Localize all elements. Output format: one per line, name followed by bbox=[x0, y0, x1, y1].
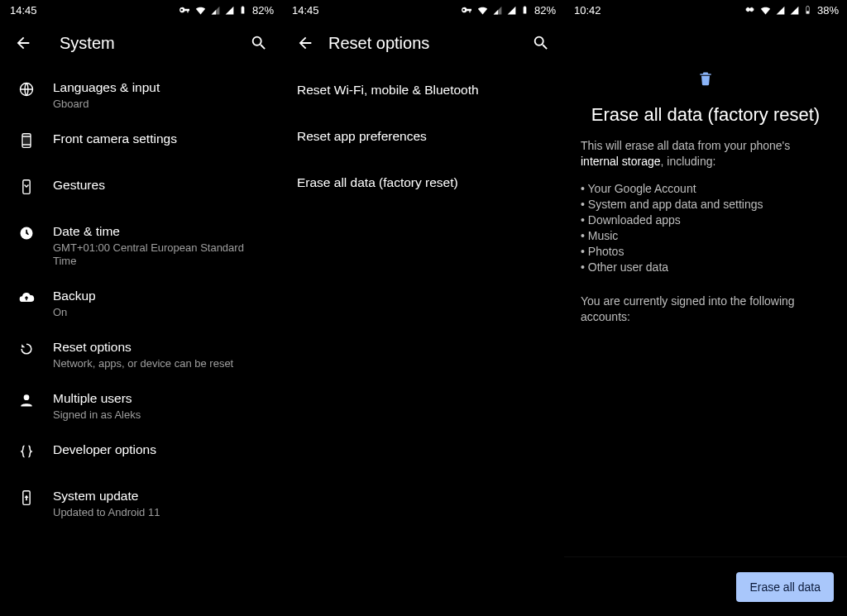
signal-icon bbox=[492, 5, 503, 16]
screen-reset-options: 14:45 82% Reset options Reset Wi-Fi, mob… bbox=[282, 0, 564, 616]
wifi-icon bbox=[194, 4, 207, 17]
bullet-item: • Your Google Account bbox=[581, 181, 830, 197]
item-title: Erase all data (factory reset) bbox=[297, 174, 549, 191]
item-subtitle: GMT+01:00 Central European Standard Time bbox=[53, 241, 269, 268]
erase-bullet-list: • Your Google Account• System and app da… bbox=[581, 181, 830, 275]
item-title: Date & time bbox=[53, 223, 269, 240]
person-icon bbox=[10, 390, 43, 408]
erase-content: Erase all data (factory reset) This will… bbox=[564, 20, 847, 556]
bullet-item: • Downloaded apps bbox=[581, 212, 830, 228]
settings-item-gestures[interactable]: Gestures bbox=[0, 167, 282, 213]
globe-icon bbox=[10, 79, 43, 98]
search-button[interactable] bbox=[524, 26, 557, 60]
search-icon bbox=[532, 34, 550, 52]
signal-icon bbox=[506, 5, 517, 16]
erase-title: Erase all data (factory reset) bbox=[581, 103, 830, 127]
item-title: Developer options bbox=[53, 442, 269, 458]
status-bar: 10:42 38% bbox=[564, 0, 847, 20]
status-time: 14:45 bbox=[292, 4, 319, 17]
settings-item-developer-options[interactable]: Developer options bbox=[0, 432, 282, 478]
signal-icon bbox=[210, 5, 221, 16]
settings-list: Languages & inputGboardFront camera sett… bbox=[0, 66, 282, 616]
battery-icon bbox=[238, 3, 247, 17]
bullet-item: • Photos bbox=[581, 244, 830, 260]
footer: Erase all data bbox=[564, 556, 847, 616]
erase-all-data-button[interactable]: Erase all data bbox=[736, 572, 834, 602]
item-title: Gestures bbox=[53, 177, 269, 193]
signed-in-text: You are currently signed into the follow… bbox=[581, 294, 830, 325]
screen-system: 14:45 82% System Languages & inputGboard… bbox=[0, 0, 282, 616]
item-title: Backup bbox=[53, 288, 269, 304]
reset-option-erase-all-data-factory-reset-[interactable]: Erase all data (factory reset) bbox=[282, 162, 564, 208]
settings-item-multiple-users[interactable]: Multiple usersSigned in as Aleks bbox=[0, 380, 282, 432]
reset-option-reset-app-preferences[interactable]: Reset app preferences bbox=[282, 116, 564, 162]
search-icon bbox=[250, 34, 268, 52]
battery-icon bbox=[520, 3, 529, 17]
back-button[interactable] bbox=[7, 26, 40, 60]
back-button[interactable] bbox=[289, 26, 322, 60]
signal-icon bbox=[789, 5, 800, 16]
search-button[interactable] bbox=[242, 26, 275, 60]
screen-erase-all-data: 10:42 38% Erase all data (factory reset)… bbox=[564, 0, 847, 616]
appbar: Reset options bbox=[282, 20, 564, 66]
signal-icon bbox=[224, 5, 235, 16]
battery-icon bbox=[803, 3, 812, 17]
bullet-item: • Music bbox=[581, 228, 830, 244]
settings-item-backup[interactable]: BackupOn bbox=[0, 278, 282, 329]
item-subtitle: Network, apps, or device can be reset bbox=[53, 357, 269, 370]
item-title: Reset app preferences bbox=[297, 128, 549, 145]
key-icon bbox=[178, 3, 191, 17]
settings-item-system-update[interactable]: System updateUpdated to Android 11 bbox=[0, 478, 282, 529]
item-title: Multiple users bbox=[53, 390, 269, 407]
status-time: 14:45 bbox=[10, 4, 37, 17]
gesture-phone-icon bbox=[10, 177, 43, 195]
glasses-icon bbox=[742, 5, 756, 15]
item-title: System update bbox=[53, 488, 269, 504]
bullet-item: • System and app data and settings bbox=[581, 197, 830, 212]
reset-icon bbox=[10, 339, 43, 357]
battery-text: 82% bbox=[534, 4, 556, 17]
item-title: Reset options bbox=[53, 339, 269, 356]
appbar: System bbox=[0, 20, 282, 66]
settings-item-front-camera-settings[interactable]: Front camera settings bbox=[0, 121, 282, 167]
wifi-icon bbox=[759, 4, 772, 17]
wifi-icon bbox=[476, 4, 489, 17]
item-subtitle: Signed in as Aleks bbox=[53, 408, 269, 422]
signal-icon bbox=[775, 5, 786, 16]
item-title: Front camera settings bbox=[53, 131, 269, 147]
erase-description: This will erase all data from your phone… bbox=[581, 138, 830, 170]
battery-text: 82% bbox=[252, 4, 274, 17]
item-subtitle: Gboard bbox=[53, 98, 269, 111]
phone-front-icon bbox=[10, 131, 43, 149]
reset-options-list: Reset Wi-Fi, mobile & BluetoothReset app… bbox=[282, 66, 564, 616]
arrow-back-icon bbox=[14, 34, 32, 52]
item-title: Reset Wi-Fi, mobile & Bluetooth bbox=[297, 82, 549, 98]
status-bar: 14:45 82% bbox=[282, 0, 564, 20]
item-title: Languages & input bbox=[53, 79, 269, 96]
settings-item-reset-options[interactable]: Reset optionsNetwork, apps, or device ca… bbox=[0, 329, 282, 380]
bullet-item: • Other user data bbox=[581, 260, 830, 275]
page-title: System bbox=[60, 34, 242, 53]
settings-item-languages-input[interactable]: Languages & inputGboard bbox=[0, 69, 282, 121]
settings-item-date-time[interactable]: Date & timeGMT+01:00 Central European St… bbox=[0, 213, 282, 278]
cloud-up-icon bbox=[10, 288, 43, 306]
arrow-back-icon bbox=[296, 34, 314, 52]
status-bar: 14:45 82% bbox=[0, 0, 282, 20]
item-subtitle: On bbox=[53, 306, 269, 319]
key-icon bbox=[460, 3, 473, 17]
reset-option-reset-wi-fi-mobile-bluetooth[interactable]: Reset Wi-Fi, mobile & Bluetooth bbox=[282, 69, 564, 116]
item-subtitle: Updated to Android 11 bbox=[53, 506, 269, 519]
battery-text: 38% bbox=[817, 4, 839, 17]
clock-icon bbox=[10, 223, 43, 241]
page-title: Reset options bbox=[328, 34, 524, 53]
braces-icon bbox=[10, 442, 43, 460]
update-phone-icon bbox=[10, 488, 43, 506]
status-time: 10:42 bbox=[574, 4, 601, 17]
trash-icon bbox=[697, 69, 714, 88]
